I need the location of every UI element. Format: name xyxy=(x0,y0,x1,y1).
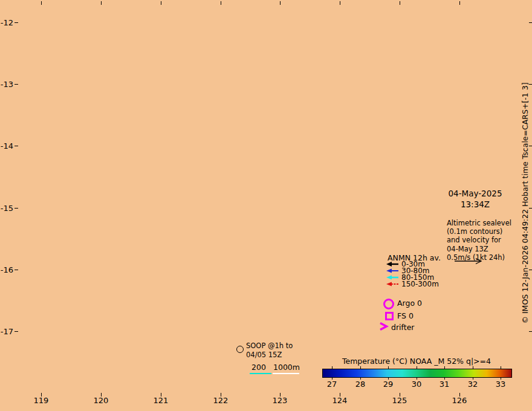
x-tick xyxy=(221,1,221,5)
x-axis-label: 126 xyxy=(447,396,472,405)
y-axis-label: -17 xyxy=(0,327,13,336)
y-tick xyxy=(15,84,18,85)
isobath-200-label: 200 xyxy=(251,363,266,372)
isobath-1000-line xyxy=(273,373,299,374)
x-axis-label: 121 xyxy=(149,396,173,405)
isobath-1000-label: 1000m xyxy=(273,363,300,372)
drifter-label: drifter xyxy=(391,323,414,332)
colorbar-tick xyxy=(444,366,445,369)
anmn-arrow-150-300m-icon xyxy=(386,281,399,287)
drifter-marker-icon xyxy=(378,322,389,331)
x-tick xyxy=(340,1,340,5)
y-axis-label: -12 xyxy=(0,18,13,27)
colorbar-tick xyxy=(473,366,473,369)
x-axis-label: 119 xyxy=(29,396,53,405)
annotation-line: 04-May 13Z xyxy=(447,245,511,253)
colorbar-tick-label: 33 xyxy=(491,380,510,389)
y-tick xyxy=(15,22,18,23)
y-tick xyxy=(15,146,18,146)
argo-marker-icon xyxy=(383,299,394,309)
colorbar-tick-label: 29 xyxy=(379,380,397,389)
y-tick xyxy=(15,208,18,209)
fs-marker-icon xyxy=(385,312,394,320)
annotation-block: Altimetric sealevel (0.1m contours) and … xyxy=(447,219,511,262)
x-tick xyxy=(101,1,102,5)
x-tick xyxy=(459,1,460,5)
colorbar-title: Temperature (°C) NOAA _M 52% q|>=4 xyxy=(322,357,511,366)
colorbar-tick xyxy=(388,366,389,369)
x-tick xyxy=(280,1,281,5)
y-axis-label: -13 xyxy=(0,80,13,89)
argo-label: Argo 0 xyxy=(397,299,422,308)
colorbar xyxy=(322,369,512,378)
colorbar-tick-label: 32 xyxy=(464,380,482,389)
y-tick xyxy=(15,331,18,332)
soop-marker-icon xyxy=(236,346,244,353)
map-date: 04-May-2025 xyxy=(433,189,517,198)
figure: 119 120 121 122 123 124 125 126 -12 -13 … xyxy=(0,0,532,411)
x-tick xyxy=(400,1,400,5)
ocean-map-canvas xyxy=(18,5,529,393)
colorbar-tick-label: 27 xyxy=(323,380,341,389)
y-axis-label: -14 xyxy=(0,141,13,150)
annotation-line: and velocity for xyxy=(447,236,511,244)
colorbar-tick-label: 31 xyxy=(435,380,453,389)
anmn-arrow-0-30m-icon xyxy=(386,261,399,267)
annotation-line: Altimetric sealevel xyxy=(447,219,511,227)
velocity-scale-arrow-icon xyxy=(453,256,484,265)
soop-label-line1: SOOP @1h to xyxy=(246,341,293,350)
x-axis-label: 123 xyxy=(268,396,292,405)
colorbar-tick xyxy=(417,366,417,369)
x-axis-label: 122 xyxy=(209,396,233,405)
x-axis-label: 125 xyxy=(388,396,412,405)
anmn-label-150-300m: 150-300m xyxy=(401,280,439,288)
map-time: 13:34Z xyxy=(433,199,517,209)
anmn-arrow-80-150m-icon xyxy=(386,274,399,280)
y-axis-label: -16 xyxy=(0,265,13,274)
y-axis-label: -15 xyxy=(0,204,13,213)
soop-label-line2: 04/05 15Z xyxy=(246,351,282,359)
anmn-arrow-30-80m-icon xyxy=(386,268,399,274)
x-axis-label: 124 xyxy=(328,396,352,405)
colorbar-tick xyxy=(332,366,332,369)
x-axis-label: 120 xyxy=(89,396,113,405)
colorbar-tick-label: 28 xyxy=(351,380,369,389)
colorbar-tick-label: 30 xyxy=(407,380,426,389)
x-tick xyxy=(161,1,161,5)
copyright-text: © IMOS 12-Jan-2026 04:49:22 Hobart time … xyxy=(521,22,530,384)
y-tick xyxy=(15,270,18,270)
fs-label: FS 0 xyxy=(397,311,414,320)
annotation-line: (0.1m contours) xyxy=(447,227,511,236)
x-tick xyxy=(41,1,42,5)
colorbar-tick xyxy=(360,366,361,369)
colorbar-tick xyxy=(501,366,501,369)
isobath-200-line xyxy=(250,373,271,374)
